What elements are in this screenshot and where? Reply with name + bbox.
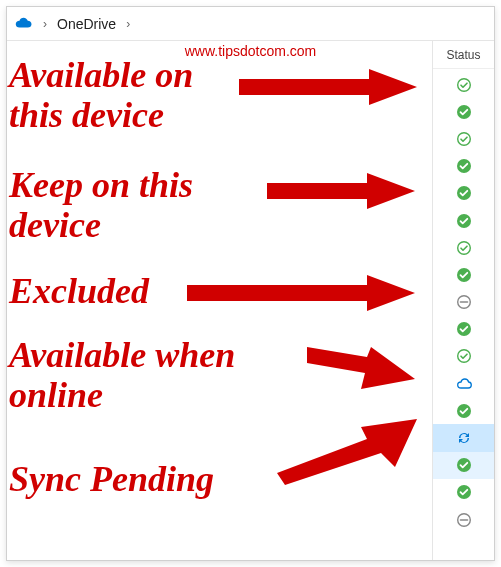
annotation-available-on-device: Available on this device — [9, 55, 193, 136]
annotation-line: Available on — [9, 55, 193, 95]
status-cell-solid_check[interactable] — [433, 316, 494, 343]
svg-point-5 — [457, 78, 470, 91]
solid_check-icon — [456, 158, 472, 174]
svg-point-16 — [457, 350, 470, 363]
status-cell-solid_check[interactable] — [433, 261, 494, 288]
solid_check-icon — [456, 267, 472, 283]
annotation-available-online: Available when online — [9, 335, 235, 416]
status-column: Status — [432, 41, 494, 560]
outline_check-icon — [456, 77, 472, 93]
solid_check-icon — [456, 321, 472, 337]
arrow-icon — [307, 339, 419, 399]
svg-marker-2 — [187, 275, 415, 311]
watermark-text: www.tipsdotcom.com — [185, 43, 316, 59]
svg-marker-3 — [307, 347, 415, 389]
annotation-sync-pending: Sync Pending — [9, 459, 214, 499]
status-cell-solid_check[interactable] — [433, 479, 494, 506]
status-cell-solid_check[interactable] — [433, 153, 494, 180]
status-column-header[interactable]: Status — [433, 41, 494, 69]
svg-marker-4 — [277, 419, 417, 485]
svg-point-11 — [457, 241, 470, 254]
status-cell-excluded[interactable] — [433, 289, 494, 316]
solid_check-icon — [456, 185, 472, 201]
content-area: Available on this device Keep on this de… — [7, 41, 494, 560]
solid_check-icon — [456, 104, 472, 120]
status-cell-outline_check[interactable] — [433, 125, 494, 152]
annotation-line: Excluded — [9, 271, 149, 311]
arrow-icon — [239, 67, 419, 107]
annotation-line: this device — [9, 95, 193, 135]
status-cell-solid_check[interactable] — [433, 180, 494, 207]
annotation-line: Keep on this — [9, 165, 193, 205]
chevron-right-icon: › — [122, 17, 134, 31]
annotation-line: Sync Pending — [9, 459, 214, 499]
breadcrumb-root[interactable]: OneDrive — [57, 16, 116, 32]
onedrive-cloud-icon — [15, 15, 33, 33]
status-cell-cloud[interactable] — [433, 370, 494, 397]
outline_check-icon — [456, 240, 472, 256]
annotation-line: device — [9, 205, 193, 245]
status-cell-outline_check[interactable] — [433, 343, 494, 370]
sync-icon — [456, 430, 472, 446]
annotation-keep-on-device: Keep on this device — [9, 165, 193, 246]
excluded-icon — [456, 512, 472, 528]
status-cell-solid_check[interactable] — [433, 452, 494, 479]
status-list — [433, 69, 494, 560]
explorer-window: › OneDrive › www.tipsdotcom.com Availabl… — [6, 6, 495, 561]
chevron-right-icon: › — [39, 17, 51, 31]
status-cell-sync[interactable] — [433, 424, 494, 451]
outline_check-icon — [456, 348, 472, 364]
solid_check-icon — [456, 484, 472, 500]
svg-marker-0 — [239, 69, 417, 105]
annotation-excluded: Excluded — [9, 271, 149, 311]
annotation-line: Available when — [9, 335, 235, 375]
status-cell-outline_check[interactable] — [433, 234, 494, 261]
status-cell-solid_check[interactable] — [433, 207, 494, 234]
excluded-icon — [456, 294, 472, 310]
arrow-icon — [187, 273, 417, 313]
arrow-icon — [277, 415, 422, 485]
outline_check-icon — [456, 131, 472, 147]
status-cell-solid_check[interactable] — [433, 397, 494, 424]
annotation-area: Available on this device Keep on this de… — [7, 41, 432, 560]
svg-marker-1 — [267, 173, 415, 209]
cloud-icon — [456, 376, 472, 392]
status-cell-solid_check[interactable] — [433, 98, 494, 125]
status-cell-excluded[interactable] — [433, 506, 494, 533]
solid_check-icon — [456, 403, 472, 419]
breadcrumb[interactable]: › OneDrive › — [7, 7, 494, 41]
annotation-line: online — [9, 375, 235, 415]
solid_check-icon — [456, 457, 472, 473]
arrow-icon — [267, 171, 417, 211]
svg-point-7 — [457, 133, 470, 146]
solid_check-icon — [456, 213, 472, 229]
status-cell-outline_check[interactable] — [433, 71, 494, 98]
